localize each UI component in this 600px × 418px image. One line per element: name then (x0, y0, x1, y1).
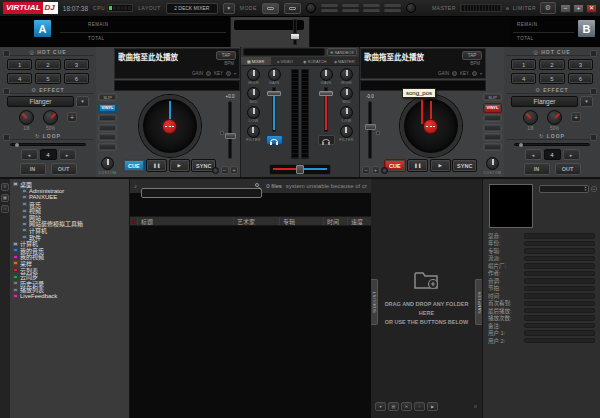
sidelist-toolbar-button[interactable]: ▾ (375, 402, 386, 411)
zoom-slider-handle[interactable] (290, 33, 300, 40)
effect-add-button[interactable]: + (571, 112, 581, 122)
chevron-down-icon[interactable]: ▾ (480, 71, 482, 76)
hotcue-button[interactable]: 4 (7, 73, 32, 84)
color-flag-column[interactable] (130, 217, 138, 225)
headphone-button-b[interactable] (318, 135, 335, 145)
collapse-button[interactable] (590, 134, 597, 141)
column-header[interactable]: 标题 (138, 217, 234, 225)
pad-button[interactable] (98, 124, 117, 132)
sidelist-toolbar-button[interactable]: ✕ (401, 402, 412, 411)
fader-handle[interactable] (267, 91, 281, 96)
pitch-plus-button[interactable]: + (372, 166, 380, 174)
tab-master[interactable]: ◈MASTER (330, 57, 360, 65)
play-button[interactable]: ▶ (430, 159, 451, 172)
layout-select[interactable]: 2 DECK MIXER (166, 3, 218, 14)
collapse-button[interactable] (3, 50, 10, 57)
hotcue-button[interactable]: 2 (539, 59, 564, 70)
vinyl-button[interactable]: VINYL (98, 103, 117, 113)
folder-list-icon[interactable]: ≡ (1, 183, 9, 191)
hotcue-button[interactable]: 1 (511, 59, 536, 70)
field-value[interactable] (524, 330, 595, 336)
loop-length-slider[interactable] (514, 143, 590, 146)
field-value[interactable] (524, 248, 595, 254)
field-value[interactable] (524, 308, 595, 314)
deck-a-badge[interactable]: A (34, 20, 51, 37)
folder-tree-item[interactable]: LiveFeedback (10, 293, 129, 300)
eq-knob[interactable] (247, 106, 260, 119)
drop-zone[interactable]: DRAG AND DROP ANY FOLDER HERE OR USE THE… (383, 269, 470, 326)
crossfader[interactable] (269, 164, 331, 175)
field-value[interactable] (524, 315, 595, 321)
pad-button[interactable] (98, 133, 117, 141)
eq-knob[interactable] (340, 106, 353, 119)
cue-button[interactable]: CUE (123, 159, 145, 172)
eq-knob[interactable] (247, 87, 260, 100)
minimize-button[interactable]: – (560, 4, 571, 13)
deck-a-position-strip[interactable] (114, 80, 240, 91)
pitch-fader[interactable] (368, 101, 372, 159)
collapse-button[interactable] (590, 50, 597, 57)
close-button[interactable]: ✕ (586, 4, 597, 13)
gain-mini-knob[interactable] (206, 71, 211, 76)
loop-double-button[interactable]: ▸ (563, 149, 580, 160)
pad-button[interactable] (98, 143, 117, 151)
tap-button[interactable]: TAP (462, 51, 482, 60)
effect-knob-1[interactable] (19, 110, 34, 125)
loop-out-button[interactable]: OUT (51, 163, 77, 175)
collapse-button[interactable] (3, 134, 10, 141)
pause-button[interactable]: ❚❚ (146, 159, 167, 172)
column-header[interactable]: 速度 (348, 217, 371, 225)
deck-a-jog-wheel[interactable] (139, 95, 201, 157)
collapse-button[interactable] (3, 88, 10, 95)
field-value[interactable] (524, 323, 595, 329)
pitch-minus-button[interactable]: – (221, 166, 229, 174)
pitch-minus-button[interactable]: – (362, 166, 370, 174)
headphone-cue-button[interactable] (212, 167, 219, 174)
mode-controller-button[interactable] (262, 3, 279, 14)
sidelist-toolbar-button[interactable]: ▶ (427, 402, 438, 411)
collapse-button[interactable] (590, 88, 597, 95)
pad-button[interactable] (98, 114, 117, 122)
effect-dropdown-button[interactable]: ▼ (76, 96, 89, 107)
tab-mixer[interactable]: ▦MIXER (241, 57, 271, 65)
folder-tree-item[interactable]: 网站装修模拟工具箱 (10, 221, 129, 228)
loop-half-button[interactable]: ◂ (525, 149, 542, 160)
field-value[interactable] (524, 256, 595, 262)
volume-fader-b[interactable] (318, 87, 334, 132)
chevron-down-icon[interactable]: ▾ (234, 71, 236, 76)
search-input[interactable] (141, 188, 262, 198)
pitch-fader[interactable] (228, 101, 232, 159)
field-value[interactable] (524, 286, 595, 292)
hotcue-button[interactable]: 2 (35, 59, 60, 70)
slip-button[interactable]: SLIP (483, 93, 502, 101)
loop-length-slider[interactable] (10, 143, 86, 146)
crossfader-handle[interactable] (296, 165, 304, 174)
effect-select[interactable]: Flanger (7, 96, 74, 107)
folder-tree-item[interactable]: 桌面 (10, 181, 129, 188)
custom-knob[interactable] (486, 157, 499, 170)
effect-knob-1[interactable] (523, 110, 538, 125)
folder-tree-item[interactable]: 音乐 (10, 201, 129, 208)
pitch-handle[interactable] (225, 133, 236, 139)
pitch-plus-button[interactable]: + (230, 166, 238, 174)
tab-video[interactable]: ▸VIDEO (271, 57, 301, 65)
gain-knob[interactable] (268, 68, 281, 81)
tap-button[interactable]: TAP (216, 51, 236, 60)
key-mini-knob[interactable] (226, 71, 231, 76)
sidelist-tab[interactable]: SIDELIST (371, 279, 378, 325)
pad-button[interactable] (483, 114, 502, 122)
pad-button[interactable] (483, 133, 502, 141)
sampler-knob-left[interactable] (306, 3, 316, 13)
column-header[interactable]: 时间 (324, 217, 348, 225)
eq-knob[interactable] (340, 87, 353, 100)
hotcue-button[interactable]: 3 (64, 59, 89, 70)
folder-tree-item[interactable]: PANXUEE (10, 194, 129, 201)
key-mini-knob[interactable] (472, 71, 477, 76)
loop-double-button[interactable]: ▸ (59, 149, 76, 160)
field-value[interactable] (524, 338, 595, 344)
music-note-icon[interactable]: ♪ (1, 205, 9, 213)
eq-knob[interactable] (340, 125, 353, 138)
maximize-button[interactable]: + (573, 4, 584, 13)
field-value[interactable] (524, 233, 595, 239)
field-value[interactable] (524, 241, 595, 247)
